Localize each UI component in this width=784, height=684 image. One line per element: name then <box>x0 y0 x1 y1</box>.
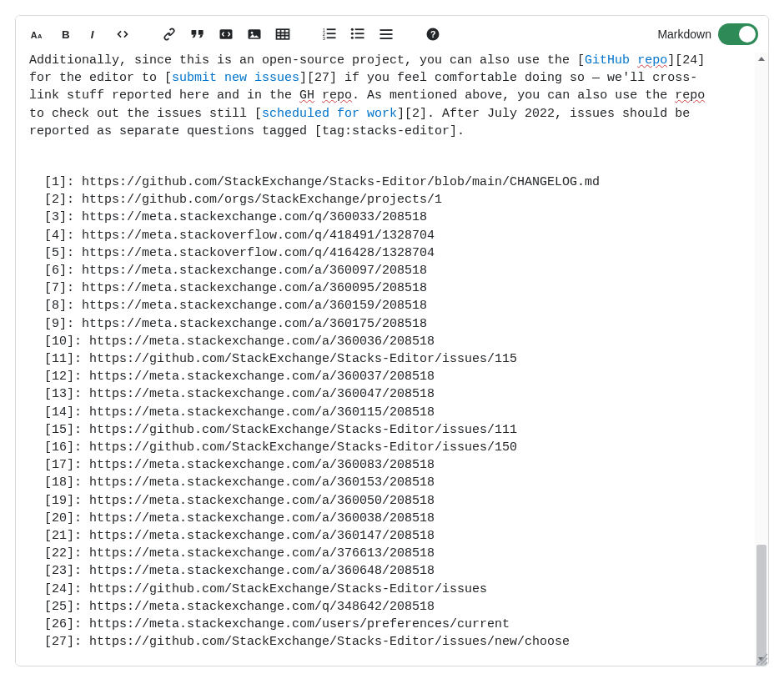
svg-rect-4 <box>192 30 197 35</box>
mode-label: Markdown <box>657 28 711 41</box>
svg-rect-9 <box>277 29 289 39</box>
editor-toolbar: AA B I <box>16 16 768 53</box>
table-button[interactable] <box>271 23 294 46</box>
svg-rect-28 <box>380 38 393 39</box>
resize-handle[interactable] <box>753 651 768 666</box>
horizontal-rule-button[interactable] <box>374 23 398 46</box>
svg-text:?: ? <box>430 29 436 39</box>
help-button[interactable]: ? <box>421 23 445 46</box>
svg-rect-5 <box>199 30 204 35</box>
svg-point-20 <box>351 28 354 31</box>
svg-rect-26 <box>380 29 393 31</box>
svg-point-22 <box>351 37 354 39</box>
quote-button[interactable] <box>186 23 209 46</box>
markdown-toggle[interactable] <box>718 23 758 45</box>
svg-rect-25 <box>355 37 364 38</box>
svg-rect-23 <box>355 28 364 30</box>
editor-content[interactable]: Additionally, since this is an open-sour… <box>16 53 768 666</box>
svg-rect-19 <box>327 37 336 38</box>
svg-point-8 <box>251 32 254 34</box>
bold-button[interactable]: B <box>54 23 78 46</box>
link-button[interactable] <box>158 23 181 46</box>
scroll-up-button[interactable] <box>755 53 768 66</box>
scrollbar[interactable] <box>755 53 768 666</box>
italic-button[interactable]: I <box>83 23 106 46</box>
code-button[interactable] <box>111 23 134 46</box>
svg-rect-24 <box>355 33 364 34</box>
heading-button[interactable]: AA <box>26 23 49 46</box>
svg-rect-18 <box>327 33 336 34</box>
svg-text:3: 3 <box>323 36 325 41</box>
svg-text:A: A <box>31 30 38 40</box>
svg-line-33 <box>765 662 767 665</box>
inline-code-button[interactable] <box>214 23 238 46</box>
scrollbar-thumb[interactable] <box>756 545 766 666</box>
svg-text:I: I <box>91 28 94 41</box>
image-button[interactable] <box>243 23 266 46</box>
svg-rect-27 <box>380 33 393 35</box>
reference-links: [1]: https://github.com/StackExchange/St… <box>29 174 755 651</box>
ordered-list-button[interactable]: 123 <box>318 23 341 46</box>
svg-text:A: A <box>38 33 43 40</box>
svg-text:B: B <box>62 28 70 41</box>
unordered-list-button[interactable] <box>346 23 369 46</box>
svg-rect-17 <box>327 28 336 30</box>
svg-point-21 <box>351 33 354 35</box>
editor-container: AA B I <box>15 15 769 666</box>
body-text: Additionally, since this is an open-sour… <box>29 53 705 138</box>
